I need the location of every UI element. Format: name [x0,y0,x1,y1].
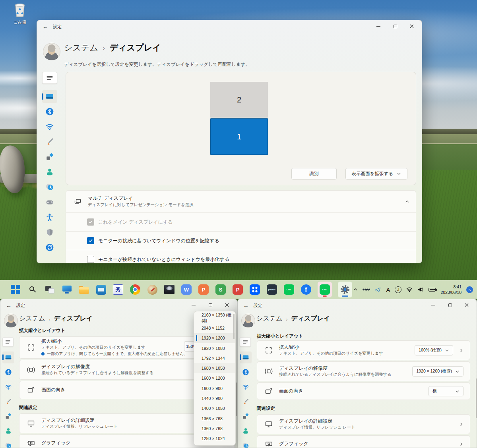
sidebar-item-apps[interactable] [240,410,252,422]
scale-card[interactable]: 拡大/縮小 テキスト、アプリ、その他の項目のサイズを変更します 100% (推奨… [257,340,470,360]
sidebar-item-time-language[interactable] [2,440,14,448]
sidebar-item-time-language[interactable] [240,440,252,448]
nav-menu-button[interactable] [240,337,251,347]
dropdown-option-5[interactable]: 1680 × 1050 [194,363,235,373]
taskbar-app-dropbox[interactable] [249,282,260,297]
dropdown-option-8[interactable]: 1440 × 900 [194,393,235,403]
taskbar-app-task-view[interactable] [44,282,55,297]
sidebar-item-accessibility[interactable] [42,211,57,224]
identify-button[interactable]: 識別 [291,168,337,180]
sidebar-item-bluetooth[interactable] [240,366,252,378]
dropdown-option-7[interactable]: 1600 × 900 [194,383,235,393]
taskbar-app-file-explorer[interactable] [78,282,89,297]
taskbar-app-wps-pdf[interactable]: P [232,282,243,297]
taskbar-app-paint-palette[interactable] [147,282,158,297]
dropdown-option-12[interactable]: 1280 × 1024 [194,434,235,444]
chevron-up-icon[interactable] [405,199,409,204]
telegram-tray-icon[interactable] [374,286,381,293]
dropdown-option-4[interactable]: 1792 × 1344 [194,353,235,363]
ime-mode-indicator[interactable]: A [386,286,390,293]
dropdown-option-3[interactable]: 1920 × 1080 [194,343,235,353]
taskbar-app-wps-presentation[interactable]: P [198,282,209,297]
chevron-right-icon[interactable] [459,348,463,353]
taskbar-app-line[interactable]: LINE [283,282,295,297]
minimize-button[interactable] [425,299,442,311]
dropdown-option-1[interactable]: 2048 × 1152 [194,323,235,333]
dropdown-option-0[interactable]: 2160 × 1350 (推奨) [194,313,235,323]
avatar[interactable] [4,314,18,328]
breadcrumb-system[interactable]: システム [19,315,45,323]
resolution-value-dropdown[interactable]: 1920 × 1200 (推奨) [412,366,463,377]
minimize-button[interactable] [370,20,387,32]
taskbar-app-amazon-photos[interactable]: photos [266,282,277,297]
hidden-icons-chevron-icon[interactable] [353,287,358,292]
nav-menu-button[interactable] [2,337,14,347]
maximize-button[interactable] [387,20,403,32]
maximize-button[interactable] [202,299,219,311]
maximize-button[interactable] [442,299,458,311]
sidebar-item-display[interactable] [2,351,14,363]
minimize-button[interactable] [185,299,202,311]
back-button[interactable] [6,302,12,309]
monitor-2[interactable]: 2 [210,82,268,118]
sidebar-item-time-language[interactable] [42,181,57,193]
close-button[interactable] [403,20,420,32]
sidebar-item-display[interactable] [42,90,57,103]
notification-badge[interactable]: 5 [466,286,473,293]
j-tray-icon[interactable]: J [395,286,401,293]
wifi-icon[interactable] [406,286,413,293]
taskbar-app-wps-spreadsheet[interactable]: S [215,282,226,297]
breadcrumb-system[interactable]: システム [256,315,283,323]
avatar[interactable] [43,43,60,60]
taskbar-app-start[interactable] [10,282,21,297]
graphics-card[interactable]: グラフィック [257,435,470,448]
taskbar-app-search[interactable] [27,282,38,297]
sidebar-item-accounts[interactable] [2,425,14,437]
dropdown-scrollbar[interactable] [233,314,235,339]
dropdown-option-2[interactable]: 1920 × 1200 [194,333,235,343]
taskbar-app-settings[interactable] [338,282,352,297]
sidebar-item-network[interactable] [240,381,252,393]
sidebar-item-display[interactable] [240,351,252,363]
checkbox-unchecked[interactable] [87,256,94,263]
scale-value-dropdown[interactable]: 100% (推奨) [415,345,453,355]
sidebar-item-privacy[interactable] [42,226,57,239]
sidebar-item-personalization[interactable] [2,396,14,407]
sidebar-item-network[interactable] [2,381,14,393]
back-button[interactable] [243,302,249,309]
orientation-value-dropdown[interactable]: 横 [429,386,463,396]
sidebar-item-personalization[interactable] [240,396,252,407]
sidebar-item-gaming[interactable] [42,196,57,209]
scrollbar[interactable] [236,382,237,416]
breadcrumb-system[interactable]: システム [64,42,98,53]
multi-display-card[interactable]: マルチ ディスプレイ ディスプレイに対してプレゼンテーション モードを選択 [66,190,416,213]
checkbox-checked[interactable] [87,237,94,244]
sidebar-item-windows-update[interactable] [42,241,57,254]
close-button[interactable] [219,299,235,311]
orientation-card[interactable]: 画面の向き 横 [257,382,470,400]
sidebar-item-accounts[interactable] [42,166,57,178]
battery-icon[interactable] [429,288,436,292]
taskbar-app-wps-writer[interactable]: W [181,282,192,297]
nav-menu-button[interactable] [42,72,57,84]
recycle-bin[interactable]: ごみ箱 [8,2,32,25]
sidebar-item-apps[interactable] [2,410,14,422]
sidebar-item-personalization[interactable] [42,135,57,148]
dropdown-option-10[interactable]: 1366 × 768 [194,413,235,423]
taskbar-app-typewriter[interactable] [164,282,175,297]
chevron-right-icon[interactable] [459,442,463,446]
dropdown-option-11[interactable]: 1360 × 768 [194,423,235,433]
monitor-1[interactable]: 1 [210,118,268,155]
advanced-display-card[interactable]: ディスプレイの詳細設定 ディスプレイ情報、リフレッシュ レート [257,414,470,434]
chevron-right-icon[interactable] [459,422,463,427]
taskbar-app-remote-desktop[interactable] [95,282,107,297]
close-button[interactable] [458,299,475,311]
taskbar-app-chrome[interactable] [130,282,141,297]
taskbar-app-desktop-monitor[interactable] [61,282,72,297]
back-button[interactable] [43,23,48,30]
sidebar-item-apps[interactable] [42,151,57,163]
taskbar-app-line[interactable]: LINE [318,282,332,297]
volume-icon[interactable] [417,286,424,293]
sidebar-item-bluetooth[interactable] [2,366,14,378]
taskbar-app-hidemaru[interactable]: 秀 [112,282,124,297]
